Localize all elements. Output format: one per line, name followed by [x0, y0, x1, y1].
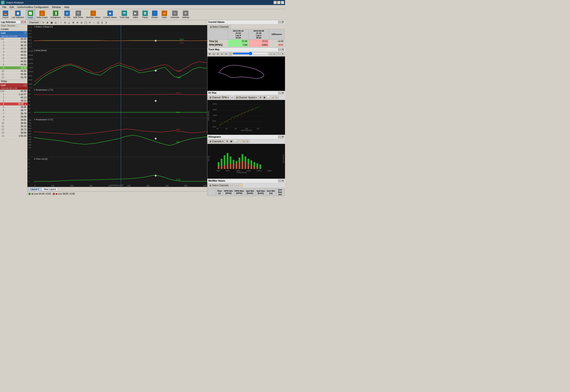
tm-close-btn[interactable]: ✕: [281, 48, 284, 51]
panel-pin-btn[interactable]: 📌: [21, 21, 23, 23]
hist-tb3[interactable]: 📊: [234, 140, 237, 143]
hist-close-btn[interactable]: ✕: [281, 136, 284, 138]
xy-tb2[interactable]: ▦: [263, 96, 266, 99]
menu-window[interactable]: Window: [51, 5, 62, 9]
right-panel-scroll[interactable]: Current Values □ ✕ ⊞ Select Channels: [207, 20, 285, 196]
minimize-btn[interactable]: ─: [274, 1, 277, 4]
gt-next-icon[interactable]: ⟫: [104, 21, 108, 25]
xy-tb3[interactable]: 📊: [267, 96, 271, 99]
toolbar-karts[interactable]: 🏎 Karts: [160, 10, 169, 19]
lap-row[interactable]: 738.79: [0, 112, 27, 115]
cv-close-btn[interactable]: ✕: [281, 21, 284, 24]
lap-row[interactable]: 245.13: [0, 96, 27, 99]
menu-edit[interactable]: Edit: [8, 5, 15, 9]
mmv-expand-btn[interactable]: □: [278, 180, 281, 182]
mmv-tb3[interactable]: ⚡: [239, 183, 243, 187]
gt-refresh-icon[interactable]: ↻: [42, 21, 45, 25]
tm-tb-next[interactable]: ▷: [273, 52, 276, 56]
toolbar-current-values[interactable]: ◉ Current Values: [102, 10, 118, 19]
gt-zoom-icon[interactable]: ⊖: [75, 21, 79, 25]
lap-row[interactable]: 744.39: [0, 60, 27, 63]
tm-tb-layout[interactable]: ◱: [212, 52, 216, 56]
lap-row[interactable]: 544.51: [0, 54, 27, 57]
gt-cross-icon[interactable]: ✕: [88, 21, 92, 25]
mmv-tb2[interactable]: ↓: [235, 183, 238, 187]
maximize-btn[interactable]: □: [277, 1, 280, 4]
gt-cursor-icon[interactable]: ↕: [59, 21, 63, 25]
lap-row[interactable]: 246.10: [0, 44, 27, 47]
toolbar-channels[interactable]: ≡ Channels: [169, 10, 180, 19]
hist-expand-btn[interactable]: □: [278, 136, 281, 138]
hist-tb6[interactable]: ▷: [246, 140, 250, 143]
tm-expand-btn[interactable]: □: [278, 48, 281, 51]
toolbar-tracks[interactable]: 🛤 Tracks: [141, 10, 150, 19]
gt-point-icon[interactable]: ⊕: [72, 21, 75, 25]
gt-prev-icon[interactable]: ⟪: [100, 21, 104, 25]
gt-bookmark-icon[interactable]: ◫: [96, 21, 100, 25]
lap-row[interactable]: 339.13: [0, 99, 27, 102]
xy-expand-btn[interactable]: □: [278, 92, 281, 95]
lap-row[interactable]: 1254.78: [0, 76, 27, 79]
layout-tab-new[interactable]: New Layout: [42, 187, 58, 191]
lap-row[interactable]: Out25.33: [0, 38, 27, 41]
gt-circle-icon[interactable]: ◯: [84, 21, 88, 25]
gt-grid-icon[interactable]: ⊞: [45, 21, 49, 25]
lap-row[interactable]: 345.21: [0, 47, 27, 50]
hist-tb1[interactable]: ⊞: [225, 140, 229, 143]
toolbar-import[interactable]: 📥 Import: [1, 10, 10, 19]
tm-tb-prev[interactable]: ◁: [268, 52, 272, 56]
window-controls[interactable]: ─ □ ✕: [274, 1, 284, 4]
remove-driver-btn[interactable]: ✕: [24, 31, 26, 34]
xy-tb5[interactable]: ▷: [275, 96, 279, 99]
lap-row[interactable]: 1238.73: [0, 128, 27, 131]
gt-pan-icon[interactable]: ↔: [92, 21, 96, 25]
lap-row[interactable]: 147.93: [0, 41, 27, 44]
mmv-channels-btn[interactable]: ⊞ Select Channels: [208, 183, 230, 187]
mmv-tb1[interactable]: ↑: [231, 183, 234, 187]
gt-layout-icon[interactable]: ▦: [50, 21, 53, 25]
lap-row[interactable]: 1338.68: [0, 131, 27, 135]
toolbar-settings[interactable]: ⚙ Settings: [181, 10, 191, 19]
lap-row[interactable]: 838.88: [0, 115, 27, 118]
toolbar-drivers[interactable]: 👤 Drivers: [150, 10, 159, 19]
tm-tb-zoomout[interactable]: ⊖: [220, 52, 224, 56]
gt-expand-icon[interactable]: ◱: [54, 21, 58, 25]
toolbar-lap-selection[interactable]: 📋 Lap Selection: [11, 10, 25, 19]
lap-row[interactable]: 644.53: [0, 57, 27, 60]
lap-row[interactable]: 1145.30: [0, 73, 27, 76]
open-session-label[interactable]: Open Session ...: [0, 24, 27, 28]
menu-help[interactable]: Help: [63, 5, 71, 9]
hist-channels-btn[interactable]: ⊞ Channels ▾: [208, 140, 225, 143]
xy-channel1-btn[interactable]: ⊞ Channel: RPM ▾: [208, 96, 230, 99]
tm-tb-grid[interactable]: ⊞: [208, 52, 212, 56]
layout-tab-1[interactable]: Layout 1: [28, 187, 41, 191]
tm-tb-close2[interactable]: ✕: [281, 52, 285, 56]
toolbar-video[interactable]: ▶ Video: [131, 10, 140, 19]
xy-tb1[interactable]: ⊞: [259, 96, 262, 99]
remove-driver-red-btn[interactable]: ✕: [24, 84, 26, 86]
channels-btn[interactable]: Channels: [28, 21, 40, 25]
tm-tb-circle[interactable]: ◯: [228, 52, 232, 56]
toolbar-histograms[interactable]: ▐ Histograms: [49, 10, 62, 19]
mmv-close-btn[interactable]: ✕: [281, 180, 284, 182]
gt-select-icon[interactable]: ⊘: [63, 21, 67, 25]
toolbar-minmax[interactable]: ↕ Min/Max Values: [85, 10, 102, 19]
toolbar-split-times[interactable]: ⏱ Split Times: [72, 10, 85, 19]
lap-row[interactable]: 638.77: [0, 109, 27, 112]
gt-draw-icon[interactable]: △: [67, 21, 71, 25]
hist-tb5[interactable]: ◁: [242, 140, 246, 143]
tm-tb-expand[interactable]: □: [277, 52, 280, 56]
menu-config[interactable]: UniGo/UniBox Configuration: [16, 5, 50, 9]
toolbar-xy-plot[interactable]: ⊞ XY Plot: [62, 10, 72, 19]
lap-row[interactable]: 11:10.47: [0, 93, 27, 96]
lap-row[interactable]: 844.99: [0, 63, 27, 66]
lap-row[interactable]: 1044.45: [0, 70, 27, 73]
toolbar-track-map[interactable]: 🗺 Track Map: [118, 10, 130, 19]
xy-channel2-btn[interactable]: ⊞ Channel: Speed ▾: [234, 96, 258, 99]
cv-expand-btn[interactable]: □: [278, 21, 281, 24]
gt-target-icon[interactable]: ◎: [80, 21, 83, 25]
lap-row-selected-red[interactable]: 438.83 ■: [0, 102, 27, 106]
panel-close-btn[interactable]: ✕: [24, 21, 26, 23]
lap-row[interactable]: 444.66: [0, 50, 27, 54]
toolbar-graph[interactable]: 📈 Graph: [26, 10, 35, 19]
